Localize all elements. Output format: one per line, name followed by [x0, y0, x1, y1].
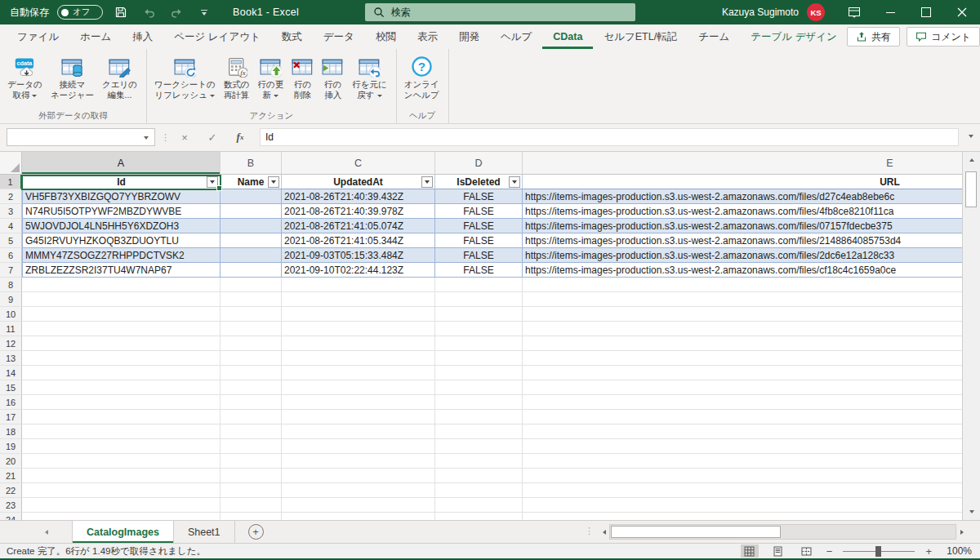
zoom-in-button[interactable]: +: [925, 545, 932, 558]
cell-E16[interactable]: [523, 395, 962, 410]
cell-D1[interactable]: IsDeleted: [435, 175, 523, 189]
ribbon-tab-team[interactable]: チーム: [688, 24, 740, 49]
cancel-button[interactable]: ×: [173, 128, 196, 146]
cell-B6[interactable]: [220, 248, 282, 263]
cell-D24[interactable]: [435, 513, 523, 520]
cell-B3[interactable]: [220, 204, 282, 219]
insert-rows-button[interactable]: 行の 挿入: [318, 51, 348, 102]
cell-A21[interactable]: [22, 469, 220, 483]
ribbon-tab-view[interactable]: 表示: [407, 24, 448, 49]
cell-C14[interactable]: [282, 366, 435, 380]
cell-C2[interactable]: 2021-08-26T21:40:39.432Z: [282, 189, 435, 204]
online-help-button[interactable]: ?オンライ ンヘルプ: [400, 51, 443, 102]
cell-E7[interactable]: https://items-images-production.s3.us-we…: [523, 263, 962, 278]
cell-E8[interactable]: [523, 278, 962, 292]
column-header-D[interactable]: D: [435, 152, 523, 174]
cell-E14[interactable]: [523, 366, 962, 380]
cell-B2[interactable]: [220, 189, 282, 204]
row-header-19[interactable]: 19: [0, 439, 22, 454]
cell-C23[interactable]: [282, 498, 435, 513]
scroll-down-button[interactable]: [963, 504, 980, 520]
zoom-slider-thumb[interactable]: [875, 546, 881, 557]
cell-D23[interactable]: [435, 498, 523, 513]
cell-B9[interactable]: [220, 292, 282, 307]
delete-rows-button[interactable]: 行の 削除: [287, 51, 318, 102]
cell-E23[interactable]: [523, 498, 962, 513]
cell-D19[interactable]: [435, 439, 523, 454]
cell-C4[interactable]: 2021-08-26T21:41:05.074Z: [282, 219, 435, 233]
cell-E3[interactable]: https://items-images-production.s3.us-we…: [523, 204, 962, 219]
column-header-B[interactable]: B: [220, 152, 282, 174]
filter-button-id[interactable]: [207, 176, 218, 188]
cell-D8[interactable]: [435, 278, 523, 292]
cell-A17[interactable]: [22, 410, 220, 424]
cell-C12[interactable]: [282, 336, 435, 351]
ribbon-tab-review[interactable]: 校閲: [365, 24, 407, 49]
row-header-20[interactable]: 20: [0, 454, 22, 469]
ribbon-tab-formulas[interactable]: 数式: [271, 24, 313, 49]
cell-C24[interactable]: [282, 513, 435, 520]
cell-C11[interactable]: [282, 322, 435, 336]
cell-D9[interactable]: [435, 292, 523, 307]
cell-A12[interactable]: [22, 336, 220, 351]
row-header-13[interactable]: 13: [0, 351, 22, 366]
cell-E15[interactable]: [523, 380, 962, 395]
cell-C9[interactable]: [282, 292, 435, 307]
cell-C6[interactable]: 2021-09-03T05:15:33.484Z: [282, 248, 435, 263]
cell-E22[interactable]: [523, 483, 962, 498]
cell-B20[interactable]: [220, 454, 282, 469]
row-header-1[interactable]: 1: [0, 175, 22, 189]
cell-B11[interactable]: [220, 322, 282, 336]
cell-A22[interactable]: [22, 483, 220, 498]
cell-A5[interactable]: G45I2RVUYHZKOQB3ZDUOYTLU: [22, 233, 220, 248]
cell-C7[interactable]: 2021-09-10T02:22:44.123Z: [282, 263, 435, 278]
cell-B16[interactable]: [220, 395, 282, 410]
vertical-scrollbar[interactable]: [962, 152, 980, 520]
cell-B12[interactable]: [220, 336, 282, 351]
row-header-14[interactable]: 14: [0, 366, 22, 380]
cell-E24[interactable]: [523, 513, 962, 520]
cell-C16[interactable]: [282, 395, 435, 410]
cell-B19[interactable]: [220, 439, 282, 454]
cell-B4[interactable]: [220, 219, 282, 233]
cell-C13[interactable]: [282, 351, 435, 366]
cell-A4[interactable]: 5WJOVDJOL4LN5HH5Y6XDZOH3: [22, 219, 220, 233]
sheet-nav-previous-button[interactable]: [45, 530, 48, 535]
row-header-15[interactable]: 15: [0, 380, 22, 395]
account-name[interactable]: Kazuya Sugimoto: [722, 7, 799, 18]
cell-A11[interactable]: [22, 322, 220, 336]
cell-B23[interactable]: [220, 498, 282, 513]
scroll-left-button[interactable]: [599, 524, 609, 540]
minimize-button[interactable]: [872, 0, 908, 24]
autosave-toggle[interactable]: オフ: [57, 5, 103, 20]
formula-bar-expand-icon[interactable]: [969, 135, 973, 138]
cell-E4[interactable]: https://items-images-production.s3.us-we…: [523, 219, 962, 233]
name-box[interactable]: [7, 128, 155, 146]
horizontal-scrollbar-thumb[interactable]: [611, 526, 781, 538]
comments-button[interactable]: コメント: [906, 27, 980, 47]
cell-A9[interactable]: [22, 292, 220, 307]
cell-A3[interactable]: N74RU5I5OTPYWF2MBZDYWVBE: [22, 204, 220, 219]
cell-D16[interactable]: [435, 395, 523, 410]
cell-E6[interactable]: https://items-images-production.s3.us-we…: [523, 248, 962, 263]
search-input[interactable]: 検索: [365, 3, 635, 21]
cell-E12[interactable]: [523, 336, 962, 351]
cell-D5[interactable]: FALSE: [435, 233, 523, 248]
ribbon-tab-table-design[interactable]: テーブル デザイン: [740, 24, 848, 49]
cell-E5[interactable]: https://items-images-production.s3.us-we…: [523, 233, 962, 248]
cell-D11[interactable]: [435, 322, 523, 336]
formula-input[interactable]: Id: [260, 128, 959, 146]
cell-C5[interactable]: 2021-08-26T21:41:05.344Z: [282, 233, 435, 248]
cell-A1[interactable]: Id: [22, 175, 220, 189]
cell-B18[interactable]: [220, 424, 282, 439]
redo-button[interactable]: [167, 2, 186, 23]
row-header-18[interactable]: 18: [0, 424, 22, 439]
row-header-7[interactable]: 7: [0, 263, 22, 278]
filter-button-isdeleted[interactable]: [509, 176, 520, 188]
quick-access-customize-button[interactable]: [194, 2, 214, 23]
cell-B13[interactable]: [220, 351, 282, 366]
recalculate-button[interactable]: fx数式の 再計算: [220, 51, 254, 102]
vertical-scrollbar-thumb[interactable]: [965, 171, 977, 207]
cell-E19[interactable]: [523, 439, 962, 454]
cell-C1[interactable]: UpdatedAt: [282, 175, 435, 189]
